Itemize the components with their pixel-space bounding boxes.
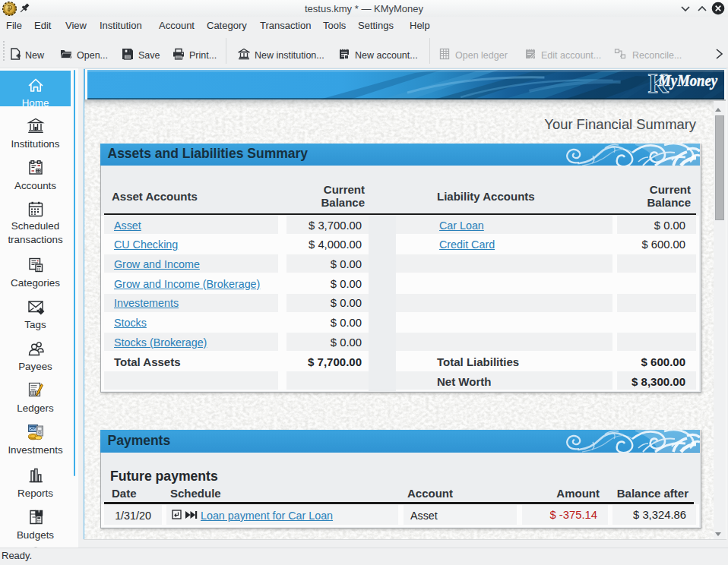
svg-text:MyMoney: MyMoney — [657, 71, 717, 90]
